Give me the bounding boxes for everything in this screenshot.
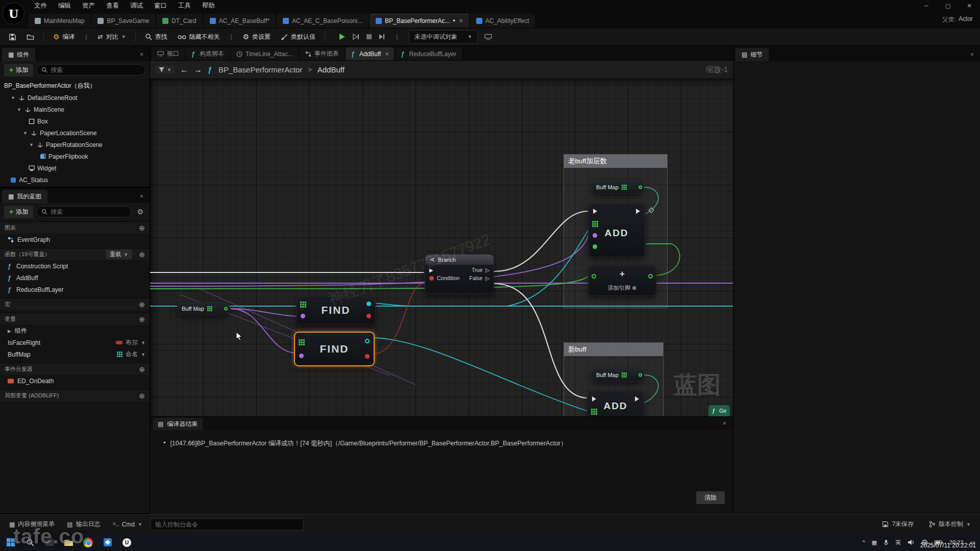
map-add-node[interactable]: ADD <box>587 391 644 416</box>
add-circle-icon[interactable]: ⊕ <box>139 224 145 232</box>
section-graphs[interactable]: 图表⊕ <box>0 221 150 234</box>
tree-item-box[interactable]: Box <box>0 115 150 127</box>
tab-compiler-results[interactable]: ▤编译器结果 <box>153 418 203 430</box>
close-icon[interactable]: × <box>723 420 730 430</box>
tab-reducebufflayer[interactable]: ƒReduceBuffLayer <box>395 47 462 60</box>
asset-tab-ac-abilityeffect[interactable]: AC_AbilityEffect <box>470 14 535 28</box>
stop-icon[interactable] <box>365 33 373 40</box>
close-icon[interactable]: × <box>140 193 148 203</box>
expand-arrow-icon[interactable]: ▼ <box>22 131 28 136</box>
tab-eventgraph[interactable]: 事件图表 <box>300 47 345 60</box>
true-exec-pin[interactable]: ▷ <box>485 267 489 273</box>
asset-tab-ac-ae-basebuff[interactable]: AC_AE_BaseBuff* <box>204 14 276 28</box>
menu-window[interactable]: 窗口 <box>149 0 173 11</box>
asset-tab-dt-card[interactable]: DT_Card <box>156 14 203 28</box>
add-blueprint-item-button[interactable]: +添加 <box>4 206 33 218</box>
unreal-logo-icon[interactable]: U <box>3 3 24 24</box>
start-button[interactable] <box>5 537 16 548</box>
variable-row-buffmap[interactable]: BuffMap命名▼ <box>0 348 150 360</box>
ime-language-indicator[interactable]: 英 <box>895 539 901 546</box>
content-drawer-button[interactable]: ▦内容侧滑菜单 <box>5 518 59 531</box>
close-icon[interactable]: × <box>970 51 978 61</box>
group-components[interactable]: ▶组件 <box>0 325 150 337</box>
asset-tab-bp-savegame[interactable]: BP_SaveGame <box>91 14 155 28</box>
expand-arrow-icon[interactable]: ▼ <box>16 107 22 112</box>
tab-viewport[interactable]: 视口 <box>152 47 185 60</box>
variable-row-isfaceright[interactable]: IsFaceRight布尔▼ <box>0 337 150 348</box>
expand-arrow-icon[interactable]: ▼ <box>10 95 16 101</box>
branch-node[interactable]: Branch ▶ True ▷ Condition False ▷ <box>425 254 494 294</box>
my-blueprint-search-input[interactable] <box>51 208 127 215</box>
get-function-node-fragment[interactable]: ƒ Ge <box>708 405 730 416</box>
tab-details[interactable]: ▤细节 <box>736 48 769 61</box>
menu-file[interactable]: 文件 <box>29 0 53 11</box>
tree-item-ac-status[interactable]: AC_Status <box>0 174 150 186</box>
frame-skip-icon[interactable] <box>352 33 360 41</box>
hide-unrelated-button[interactable]: 隐藏不相关 <box>174 31 224 43</box>
taskbar-search-button[interactable] <box>24 537 36 548</box>
play-options-icon[interactable]: ⋮ <box>392 33 402 41</box>
debug-object-dropdown[interactable]: 未选中调试对象 ▼ <box>409 30 478 44</box>
tree-item-paperflipbook[interactable]: PaperFlipbook <box>0 151 150 162</box>
tree-item-widget[interactable]: Widget <box>0 162 150 174</box>
tab-timeline[interactable]: TimeLine_Attac... <box>231 47 299 60</box>
tray-expand-icon[interactable]: ^ <box>862 539 865 545</box>
value-pin[interactable] <box>593 244 597 249</box>
map-find-node[interactable]: FIND <box>296 296 376 324</box>
tray-grid-icon[interactable]: ▦ <box>872 539 877 546</box>
components-search[interactable] <box>36 64 145 76</box>
play-icon[interactable] <box>338 33 346 41</box>
item-eventgraph[interactable]: EventGraph <box>0 234 150 245</box>
output-pin[interactable] <box>648 274 653 279</box>
graph-filter-button[interactable]: ▼ <box>155 65 175 74</box>
close-icon[interactable]: ✕ <box>959 0 980 11</box>
microphone-icon[interactable] <box>884 539 889 546</box>
minimize-icon[interactable]: ─ <box>916 0 937 11</box>
class-defaults-button[interactable]: 类默认值 <box>277 31 319 43</box>
my-blueprint-search[interactable] <box>36 206 132 217</box>
tab-construction-script[interactable]: ƒ构造脚本 <box>186 47 230 60</box>
maximize-icon[interactable]: ▢ <box>937 0 959 11</box>
section-event-dispatchers[interactable]: 事件分发器⊕ <box>0 363 150 375</box>
expand-arrow-icon[interactable]: ▼ <box>29 142 34 147</box>
output-log-button[interactable]: ▤输出日志 <box>63 518 104 531</box>
section-macros[interactable]: 宏⊕ <box>0 298 150 310</box>
add-circle-icon[interactable]: ⊕ <box>139 392 145 400</box>
browse-to-asset-button[interactable] <box>23 31 38 43</box>
tree-item-root[interactable]: BP_BasePerformerActor（自我） <box>0 80 150 92</box>
find-button[interactable]: 查找 <box>141 31 171 43</box>
components-search-input[interactable] <box>51 66 140 73</box>
add-pin-node[interactable]: + 添加引脚 ⊕ <box>588 265 656 296</box>
console-input[interactable] <box>151 518 304 531</box>
menu-asset[interactable]: 资产 <box>77 0 101 11</box>
menu-edit[interactable]: 编辑 <box>53 0 77 11</box>
speaker-icon[interactable] <box>908 539 915 545</box>
menu-debug[interactable]: 调试 <box>125 0 149 11</box>
condition-pin[interactable] <box>429 276 434 281</box>
asset-tab-ac-ae-c-basepoison[interactable]: AC_AE_C_BasePoisoni... <box>277 14 369 28</box>
add-circle-icon[interactable]: ⊕ <box>139 300 145 309</box>
menu-help[interactable]: 帮助 <box>197 0 220 11</box>
exec-in-pin[interactable]: ▶ <box>429 267 433 273</box>
section-functions[interactable]: 函数（19可覆盖）重载▼⊕ <box>0 248 150 260</box>
value-pin[interactable] <box>366 302 371 306</box>
file-explorer-button[interactable] <box>63 537 75 548</box>
tree-item-mainscene[interactable]: ▼MainScene <box>0 104 150 115</box>
section-variables[interactable]: 变量⊕ <box>0 313 150 325</box>
buffmap-getter-node[interactable]: Buff Map <box>591 181 644 194</box>
breadcrumb-root[interactable]: BP_BasePerformerActor <box>218 65 302 74</box>
class-settings-button[interactable]: ⚙类设置 <box>239 31 275 43</box>
buffmap-getter-node[interactable]: Buff Map <box>591 368 644 382</box>
exec-out-pin[interactable] <box>636 209 640 214</box>
add-circle-icon[interactable]: ⊕ <box>139 315 145 323</box>
add-pin-label[interactable]: 添加引脚 <box>608 285 630 291</box>
section-local-variables[interactable]: 局部变量 (ADDBUFF)⊕ <box>0 389 150 402</box>
asset-tab-bp-baseperformeractor[interactable]: BP_BasePerformerAc...•× <box>370 14 469 28</box>
media-app-button[interactable] <box>102 537 113 548</box>
add-circle-icon[interactable]: ⊕ <box>632 285 636 291</box>
unreal-taskbar-button[interactable]: U <box>121 537 133 548</box>
compile-options-icon[interactable]: ⋮ <box>82 33 91 41</box>
close-icon[interactable]: × <box>140 51 148 61</box>
asset-tab-mainmenumap[interactable]: MainMenuMap <box>29 14 90 28</box>
map-find-node-selected[interactable]: FIND <box>294 332 375 366</box>
